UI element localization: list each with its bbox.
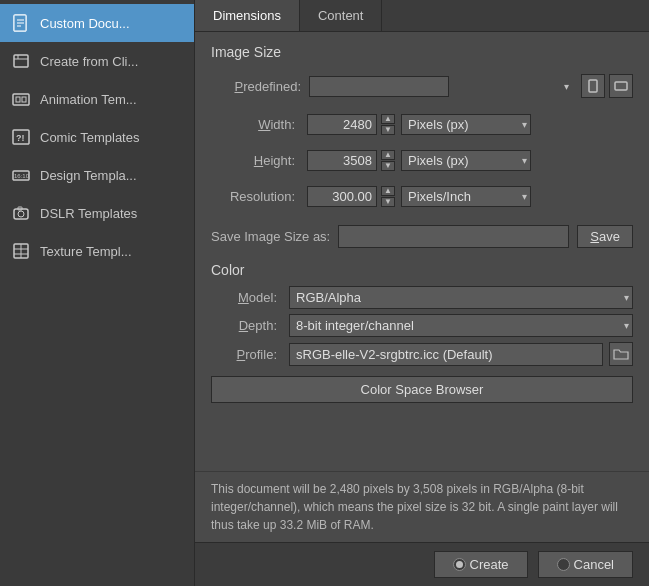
resolution-down-btn[interactable]: ▼ bbox=[381, 197, 395, 207]
width-row: Width: ▲ ▼ Pixels (px) Inches Millimeter… bbox=[211, 114, 633, 135]
profile-folder-btn[interactable] bbox=[609, 342, 633, 366]
width-label: Width: bbox=[211, 117, 301, 132]
color-section: Color Model: RGB/Alpha CMYK Grayscale De… bbox=[211, 262, 633, 403]
portrait-btn[interactable] bbox=[581, 74, 605, 98]
height-input-group: ▲ ▼ bbox=[307, 150, 395, 171]
color-title: Color bbox=[211, 262, 633, 278]
predefined-label: Predefined: bbox=[211, 79, 301, 94]
depth-row: Depth: 8-bit integer/channel 16-bit inte… bbox=[211, 314, 633, 337]
svg-rect-22 bbox=[589, 80, 597, 92]
svg-rect-8 bbox=[13, 94, 29, 105]
predefined-select[interactable] bbox=[309, 76, 449, 97]
profile-input[interactable] bbox=[289, 343, 603, 366]
height-spinner: ▲ ▼ bbox=[381, 150, 395, 171]
sidebar-item-create-from-cli[interactable]: Create from Cli... bbox=[0, 42, 194, 80]
info-text: This document will be 2,480 pixels by 3,… bbox=[195, 471, 649, 542]
svg-point-16 bbox=[18, 211, 24, 217]
save-as-input[interactable] bbox=[338, 225, 569, 248]
design-templates-icon: 16:10 bbox=[10, 164, 32, 186]
sidebar-item-label-animation-templates: Animation Tem... bbox=[40, 92, 137, 107]
color-space-browser-label: Color Space Browser bbox=[361, 382, 484, 397]
height-up-btn[interactable]: ▲ bbox=[381, 150, 395, 160]
custom-doc-icon bbox=[10, 12, 32, 34]
save-image-size-row: Save Image Size as: Save bbox=[211, 225, 633, 248]
tab-bar: Dimensions Content bbox=[195, 0, 649, 32]
create-label: Create bbox=[470, 557, 509, 572]
width-down-btn[interactable]: ▼ bbox=[381, 125, 395, 135]
sidebar-item-label-texture-templates: Texture Templ... bbox=[40, 244, 132, 259]
height-label: Height: bbox=[211, 153, 301, 168]
comic-templates-icon: ?! bbox=[10, 126, 32, 148]
resolution-unit-select[interactable]: Pixels/Inch Pixels/cm bbox=[401, 186, 531, 207]
profile-input-group bbox=[289, 342, 633, 366]
depth-select[interactable]: 8-bit integer/channel 16-bit integer/cha… bbox=[289, 314, 633, 337]
cancel-radio bbox=[557, 558, 570, 571]
landscape-btn[interactable] bbox=[609, 74, 633, 98]
sidebar-item-label-create-from-cli: Create from Cli... bbox=[40, 54, 138, 69]
svg-rect-23 bbox=[615, 82, 627, 90]
resolution-input-group: ▲ ▼ bbox=[307, 186, 395, 207]
height-unit-wrapper: Pixels (px) Inches Millimeters bbox=[401, 150, 531, 171]
save-btn[interactable]: Save bbox=[577, 225, 633, 248]
resolution-input[interactable] bbox=[307, 186, 377, 207]
color-space-browser-btn[interactable]: Color Space Browser bbox=[211, 376, 633, 403]
resolution-row: Resolution: ▲ ▼ Pixels/Inch Pixels/cm bbox=[211, 186, 633, 207]
svg-text:?!: ?! bbox=[16, 133, 25, 143]
image-size-title: Image Size bbox=[211, 44, 633, 60]
orientation-buttons bbox=[581, 74, 633, 98]
width-unit-select[interactable]: Pixels (px) Inches Millimeters bbox=[401, 114, 531, 135]
height-input[interactable] bbox=[307, 150, 377, 171]
depth-label: Depth: bbox=[211, 318, 283, 333]
height-down-btn[interactable]: ▼ bbox=[381, 161, 395, 171]
model-label: Model: bbox=[211, 290, 283, 305]
main-panel: Dimensions Content Image Size Predefined… bbox=[195, 0, 649, 586]
create-from-cli-icon bbox=[10, 50, 32, 72]
animation-templates-icon bbox=[10, 88, 32, 110]
svg-rect-5 bbox=[14, 55, 28, 67]
predefined-row: Predefined: bbox=[211, 74, 633, 98]
sidebar: Custom Docu... Create from Cli... Animat… bbox=[0, 0, 195, 586]
resolution-label: Resolution: bbox=[211, 189, 301, 204]
width-unit-wrapper: Pixels (px) Inches Millimeters bbox=[401, 114, 531, 135]
model-select-wrapper: RGB/Alpha CMYK Grayscale bbox=[289, 286, 633, 309]
sidebar-item-label-custom-doc: Custom Docu... bbox=[40, 16, 130, 31]
sidebar-item-label-dslr-templates: DSLR Templates bbox=[40, 206, 137, 221]
cancel-label: Cancel bbox=[574, 557, 614, 572]
profile-label: Profile: bbox=[211, 347, 283, 362]
width-spinner: ▲ ▼ bbox=[381, 114, 395, 135]
tab-dimensions[interactable]: Dimensions bbox=[195, 0, 300, 31]
create-btn[interactable]: Create bbox=[434, 551, 528, 578]
sidebar-item-dslr-templates[interactable]: DSLR Templates bbox=[0, 194, 194, 232]
resolution-unit-wrapper: Pixels/Inch Pixels/cm bbox=[401, 186, 531, 207]
svg-rect-10 bbox=[22, 97, 26, 102]
depth-select-wrapper: 8-bit integer/channel 16-bit integer/cha… bbox=[289, 314, 633, 337]
bottom-bar: Create Cancel bbox=[195, 542, 649, 586]
sidebar-item-texture-templates[interactable]: Texture Templ... bbox=[0, 232, 194, 270]
sidebar-item-label-design-templates: Design Templa... bbox=[40, 168, 137, 183]
save-as-label: Save Image Size as: bbox=[211, 229, 330, 244]
sidebar-item-custom-doc[interactable]: Custom Docu... bbox=[0, 4, 194, 42]
sidebar-item-animation-templates[interactable]: Animation Tem... bbox=[0, 80, 194, 118]
width-input[interactable] bbox=[307, 114, 377, 135]
cancel-btn[interactable]: Cancel bbox=[538, 551, 633, 578]
dimensions-panel: Image Size Predefined: bbox=[195, 32, 649, 471]
sidebar-item-design-templates[interactable]: 16:10 Design Templa... bbox=[0, 156, 194, 194]
height-row: Height: ▲ ▼ Pixels (px) Inches Millimete… bbox=[211, 150, 633, 171]
svg-rect-9 bbox=[16, 97, 20, 102]
tab-content[interactable]: Content bbox=[300, 0, 383, 31]
height-unit-select[interactable]: Pixels (px) Inches Millimeters bbox=[401, 150, 531, 171]
predefined-select-wrapper bbox=[309, 76, 573, 97]
dslr-templates-icon bbox=[10, 202, 32, 224]
model-row: Model: RGB/Alpha CMYK Grayscale bbox=[211, 286, 633, 309]
texture-templates-icon bbox=[10, 240, 32, 262]
model-select[interactable]: RGB/Alpha CMYK Grayscale bbox=[289, 286, 633, 309]
sidebar-item-comic-templates[interactable]: ?! Comic Templates bbox=[0, 118, 194, 156]
sidebar-item-label-comic-templates: Comic Templates bbox=[40, 130, 139, 145]
create-radio bbox=[453, 558, 466, 571]
profile-row: Profile: bbox=[211, 342, 633, 366]
width-input-group: ▲ ▼ bbox=[307, 114, 395, 135]
svg-text:16:10: 16:10 bbox=[14, 173, 30, 179]
width-up-btn[interactable]: ▲ bbox=[381, 114, 395, 124]
resolution-spinner: ▲ ▼ bbox=[381, 186, 395, 207]
resolution-up-btn[interactable]: ▲ bbox=[381, 186, 395, 196]
